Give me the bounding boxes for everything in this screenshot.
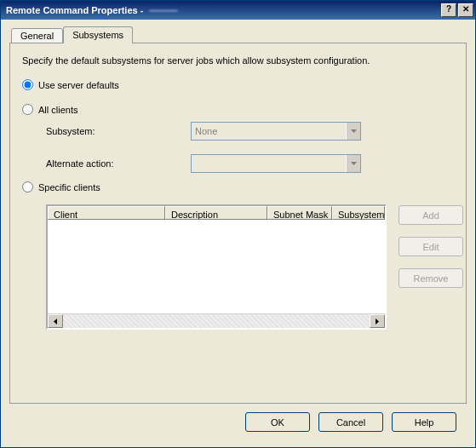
client-area: General Subsystems Specify the default s…	[1, 20, 475, 447]
radio-use-server-defaults[interactable]	[22, 79, 33, 90]
help-button[interactable]: Help	[392, 412, 456, 432]
listview-side-buttons: Add Edit Remove	[399, 205, 463, 288]
add-button[interactable]: Add	[399, 205, 463, 225]
horizontal-scrollbar[interactable]	[48, 313, 385, 328]
window: Remote Command Properties - ——— ? ✕ Gene…	[0, 0, 476, 448]
all-clients-fields: Subsystem: None Alternate action:	[46, 122, 454, 173]
scroll-track[interactable]	[63, 314, 370, 328]
listview-header: Client Description Subnet Mask Subsystem	[48, 206, 385, 220]
chevron-down-icon[interactable]	[346, 123, 360, 140]
subsystem-label: Subsystem:	[46, 126, 191, 136]
chevron-down-icon[interactable]	[346, 155, 360, 172]
option-label: All clients	[38, 105, 77, 115]
titlebar: Remote Command Properties - ——— ? ✕	[1, 1, 475, 20]
column-description[interactable]: Description	[165, 206, 267, 220]
svg-marker-0	[351, 129, 357, 133]
window-title: Remote Command Properties -	[6, 5, 146, 15]
option-use-server-defaults[interactable]: Use server defaults	[22, 79, 454, 90]
specific-clients-area: Client Description Subnet Mask Subsystem	[46, 204, 454, 330]
svg-marker-2	[54, 319, 57, 325]
column-subsystem[interactable]: Subsystem	[332, 206, 385, 220]
svg-marker-1	[351, 162, 357, 165]
tab-subsystems[interactable]: Subsystems	[63, 26, 133, 43]
listview-body	[48, 220, 385, 313]
alternate-action-label: Alternate action:	[46, 158, 191, 169]
alternate-action-dropdown[interactable]	[191, 154, 361, 173]
option-label: Specific clients	[38, 182, 100, 192]
tabstrip: General Subsystems	[11, 26, 467, 43]
help-icon[interactable]: ?	[441, 3, 456, 17]
cancel-button[interactable]: Cancel	[318, 412, 383, 432]
tab-label: General	[20, 31, 54, 41]
close-icon[interactable]: ✕	[458, 3, 473, 17]
scroll-right-icon[interactable]	[370, 314, 385, 328]
dialog-footer: OK Cancel Help	[9, 404, 467, 440]
option-label: Use server defaults	[38, 80, 119, 90]
column-subnet-mask[interactable]: Subnet Mask	[267, 206, 332, 220]
radio-specific-clients[interactable]	[22, 181, 33, 192]
column-client[interactable]: Client	[48, 206, 165, 220]
svg-marker-3	[376, 319, 379, 325]
scroll-left-icon[interactable]	[48, 314, 63, 328]
option-all-clients[interactable]: All clients	[22, 104, 454, 115]
window-title-context: ———	[149, 5, 177, 15]
clients-listview[interactable]: Client Description Subnet Mask Subsystem	[46, 204, 387, 330]
edit-button[interactable]: Edit	[399, 237, 463, 256]
remove-button[interactable]: Remove	[399, 268, 463, 288]
alternate-action-value	[192, 155, 346, 172]
radio-all-clients[interactable]	[22, 104, 33, 115]
subsystem-value: None	[192, 123, 346, 140]
ok-button[interactable]: OK	[245, 412, 310, 432]
option-specific-clients[interactable]: Specific clients	[22, 181, 454, 192]
tab-label: Subsystems	[72, 30, 123, 40]
tab-body-subsystems: Specify the default subsystems for serve…	[9, 43, 467, 404]
description-text: Specify the default subsystems for serve…	[22, 55, 454, 66]
subsystem-dropdown[interactable]: None	[191, 122, 361, 141]
